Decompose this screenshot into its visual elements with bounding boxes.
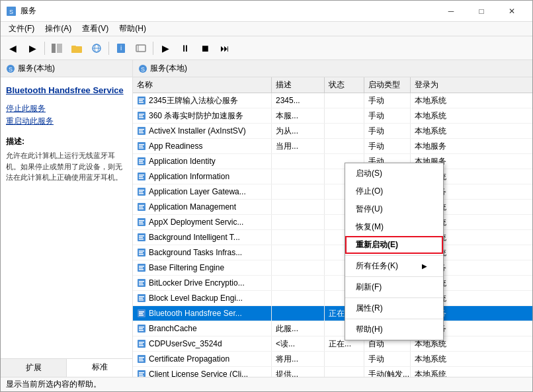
main-window: S 服务 ─ □ ✕ 文件(F) 操作(A) 查看(V) 帮助(H) ◀ ▶ i xyxy=(0,0,533,392)
col-header-status[interactable]: 状态 xyxy=(325,77,364,93)
svg-text:S: S xyxy=(141,66,145,73)
svg-rect-45 xyxy=(139,193,144,194)
service-name-text: Client License Service (Cli... xyxy=(149,370,248,377)
svg-rect-36 xyxy=(139,161,143,163)
table-row[interactable]: Block Level Backup Engi... 手动 本地系统 xyxy=(133,291,532,306)
cell-status xyxy=(325,352,364,366)
cell-desc xyxy=(272,245,325,260)
context-menu-item-6[interactable]: 刷新(F) xyxy=(345,278,443,296)
forward-button[interactable]: ▶ xyxy=(23,39,42,58)
maximize-button[interactable]: □ xyxy=(466,1,497,22)
services-table[interactable]: 名称 描述 状态 启动类型 登录为 2345王牌输入法核心服务 2345... xyxy=(133,77,532,377)
restart-service-link[interactable]: 重启动此服务 xyxy=(6,116,127,127)
cell-name: Client License Service (Cli... xyxy=(133,367,272,377)
table-row[interactable]: 2345王牌输入法核心服务 2345... 手动 本地系统 xyxy=(133,93,532,108)
table-row[interactable]: Base Filtering Engine 手动 本地服务 xyxy=(133,260,532,276)
table-container: 名称 描述 状态 启动类型 登录为 2345王牌输入法核心服务 2345... xyxy=(133,77,532,377)
col-header-desc[interactable]: 描述 xyxy=(272,77,325,93)
svg-rect-2 xyxy=(52,44,56,53)
cell-name: Base Filtering Engine xyxy=(133,260,272,275)
cell-desc xyxy=(272,200,325,214)
menu-action[interactable]: 操作(A) xyxy=(40,22,77,36)
cell-startup: 手动(触发... xyxy=(364,367,411,377)
cell-status xyxy=(325,139,364,153)
table-row[interactable]: Application Layer Gatewa... 手动 本地服务 xyxy=(133,184,532,200)
cell-login: 本地系统 xyxy=(411,124,464,138)
menu-item-label: 属性(R) xyxy=(356,303,383,314)
context-menu-item-3[interactable]: 恢复(M) xyxy=(345,218,443,236)
cell-desc: 为从... xyxy=(272,124,325,138)
table-row[interactable]: Background Tasks Infras... 手动 本地系统 xyxy=(133,245,532,260)
minimize-button[interactable]: ─ xyxy=(436,1,466,22)
table-row[interactable]: BitLocker Drive Encryptio... 手动 本地系统 xyxy=(133,276,532,291)
table-row[interactable]: Background Intelligent T... 手动 本地系统 xyxy=(133,230,532,245)
stop-service-link[interactable]: 停止此服务 xyxy=(6,103,127,114)
context-menu-item-2[interactable]: 暂停(U) xyxy=(345,200,443,218)
cell-desc: 当用... xyxy=(272,139,325,153)
cell-desc: 将用... xyxy=(272,352,325,366)
back-button[interactable]: ◀ xyxy=(3,39,22,58)
status-bar: 显示当前所选内容的帮助。 xyxy=(1,377,532,391)
context-menu-item-4[interactable]: 重新启动(E) xyxy=(345,236,443,254)
info-button[interactable]: i xyxy=(112,39,130,58)
service-name-text: Application Identity xyxy=(149,157,216,166)
table-row[interactable]: Client License Service (Cli... 提供... 手动(… xyxy=(133,367,532,377)
play-button[interactable]: ▶ xyxy=(156,39,175,58)
menu-view[interactable]: 查看(V) xyxy=(77,22,114,36)
service-name-text: BranchCache xyxy=(149,324,197,333)
svg-rect-56 xyxy=(139,237,143,239)
context-menu-item-0[interactable]: 启动(S) xyxy=(345,165,443,182)
table-row[interactable]: Application Information 手动 本地系统 xyxy=(133,169,532,184)
table-row[interactable]: Application Identity 手动 本地服务 xyxy=(133,154,532,169)
menu-help[interactable]: 帮助(H) xyxy=(114,22,151,36)
service-icon xyxy=(137,111,146,120)
show-hide-button[interactable] xyxy=(48,39,66,58)
service-icon xyxy=(137,141,146,151)
selected-service-name[interactable]: Bluetooth Handsfree Service xyxy=(1,77,132,100)
cell-login: 本地系统 xyxy=(411,108,464,123)
table-row[interactable]: App Readiness 当用... 手动 本地服务 xyxy=(133,139,532,154)
cell-desc xyxy=(272,291,325,305)
table-row[interactable]: ActiveX Installer (AxInstSV) 为从... 手动 本地… xyxy=(133,124,532,139)
col-header-name[interactable]: 名称 xyxy=(133,77,272,93)
context-menu-item-1[interactable]: 停止(O) xyxy=(345,182,443,200)
left-panel-tabs: 扩展 标准 xyxy=(1,358,132,377)
svg-rect-64 xyxy=(139,268,143,269)
table-row[interactable]: CDPUserSvc_3524d <读... 正在... 自动 本地系统 xyxy=(133,336,532,352)
cell-desc: 提供... xyxy=(272,367,325,377)
cell-desc xyxy=(272,276,325,290)
cell-desc: 本服... xyxy=(272,108,325,123)
table-row[interactable]: AppX Deployment Servic... 手动 本地系统 xyxy=(133,215,532,230)
svg-rect-27 xyxy=(139,129,144,130)
service-icon xyxy=(137,202,146,212)
table-row[interactable]: Certificate Propagation 将用... 手动 本地系统 xyxy=(133,352,532,367)
context-menu-item-8[interactable]: 帮助(H) xyxy=(345,321,443,338)
col-header-login[interactable]: 登录为 xyxy=(411,77,464,93)
export-button[interactable] xyxy=(132,39,150,58)
restart-button[interactable]: ⏭ xyxy=(216,39,234,58)
service-name-text: Application Management xyxy=(149,202,236,212)
tab-standard[interactable]: 标准 xyxy=(67,359,132,377)
menu-file[interactable]: 文件(F) xyxy=(3,22,40,36)
table-row[interactable]: 360 杀毒实时防护加速服务 本服... 手动 本地系统 xyxy=(133,108,532,124)
svg-rect-91 xyxy=(139,372,144,373)
service-name-text: App Readiness xyxy=(149,141,202,151)
stop-button[interactable]: ⏹ xyxy=(196,39,214,58)
col-header-startup[interactable]: 启动类型 xyxy=(364,77,411,93)
context-menu-item-7[interactable]: 属性(R) xyxy=(345,299,443,317)
table-row[interactable]: Application Management 手动 本地系统 xyxy=(133,200,532,215)
pause-button[interactable]: ⏸ xyxy=(176,39,194,58)
tab-extend[interactable]: 扩展 xyxy=(1,359,67,377)
table-header: 名称 描述 状态 启动类型 登录为 xyxy=(133,77,532,93)
folder-button[interactable] xyxy=(67,39,86,58)
table-row[interactable]: BranchCache 此服... 手动 网络服务 xyxy=(133,321,532,336)
svg-rect-79 xyxy=(139,327,144,328)
close-button[interactable]: ✕ xyxy=(497,1,527,22)
context-menu-item-5[interactable]: 所有任务(K)▶ xyxy=(345,257,443,275)
network-button[interactable] xyxy=(87,39,106,58)
cell-desc xyxy=(272,154,325,169)
table-row[interactable]: Bluetooth Handsfree Ser... 正在运行 自动 本地服务 xyxy=(133,306,532,321)
context-menu-separator xyxy=(345,255,443,256)
right-panel-header: S 服务(本地) xyxy=(133,60,532,77)
svg-rect-83 xyxy=(139,342,144,343)
